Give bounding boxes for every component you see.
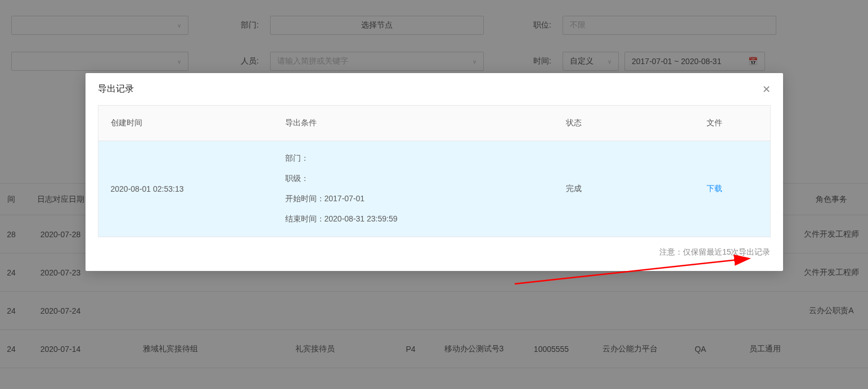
modal-title: 导出记录 bbox=[98, 83, 134, 95]
modal-body: 创建时间 导出条件 状态 文件 2020-08-01 02:53:13 部门： … bbox=[86, 105, 783, 237]
cell-file: 下载 bbox=[694, 141, 770, 237]
modal-footer-note: 注意：仅保留最近15次导出记录 bbox=[86, 237, 783, 263]
export-table-row: 2020-08-01 02:53:13 部门： 职级： 开始时间：2017-07… bbox=[98, 141, 770, 237]
download-link[interactable]: 下载 bbox=[707, 184, 758, 194]
export-table-header: 创建时间 导出条件 状态 文件 bbox=[98, 106, 770, 141]
export-table: 创建时间 导出条件 状态 文件 2020-08-01 02:53:13 部门： … bbox=[98, 105, 771, 237]
modal-header: 导出记录 ✕ bbox=[86, 73, 783, 105]
close-icon[interactable]: ✕ bbox=[762, 84, 771, 94]
cell-conditions: 部门： 职级： 开始时间：2017-07-01 结束时间：2020-08-31 … bbox=[273, 141, 554, 237]
col-create-time: 创建时间 bbox=[98, 106, 273, 141]
col-file: 文件 bbox=[694, 106, 770, 141]
col-conditions: 导出条件 bbox=[273, 106, 554, 141]
cond-dept: 部门： bbox=[285, 153, 541, 164]
cond-end: 结束时间：2020-08-31 23:59:59 bbox=[285, 214, 541, 224]
cell-create-time: 2020-08-01 02:53:13 bbox=[98, 141, 273, 237]
cond-start: 开始时间：2017-07-01 bbox=[285, 194, 541, 204]
modal-overlay: 导出记录 ✕ 创建时间 导出条件 状态 文件 2020-08-01 02:53:… bbox=[0, 0, 868, 389]
cond-level: 职级： bbox=[285, 174, 541, 184]
col-status: 状态 bbox=[554, 106, 694, 141]
cell-status: 完成 bbox=[554, 141, 694, 237]
export-history-modal: 导出记录 ✕ 创建时间 导出条件 状态 文件 2020-08-01 02:53:… bbox=[86, 73, 783, 271]
